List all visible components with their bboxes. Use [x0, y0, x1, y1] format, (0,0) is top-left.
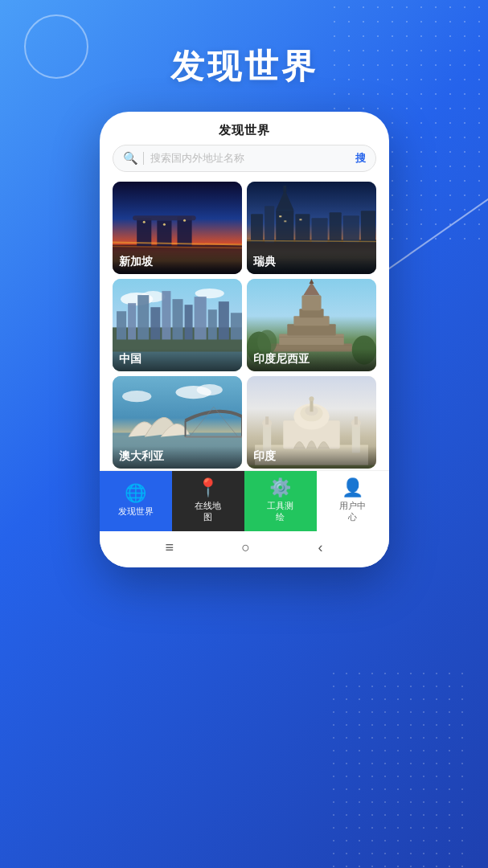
bottom-navigation: 🌐 发现世界 📍 在线地图 ⚙️ 工具测绘 👤 用户中心 [100, 470, 389, 531]
back-indicator[interactable]: ‹ [318, 539, 322, 556]
svg-rect-21 [342, 215, 359, 242]
grid-item-australia[interactable]: 澳大利亚 [113, 376, 242, 469]
svg-rect-32 [117, 311, 126, 339]
nav-label-tools: 工具测绘 [267, 500, 293, 523]
nav-item-discover[interactable]: 🌐 发现世界 [100, 471, 172, 531]
svg-rect-33 [128, 303, 136, 339]
grid-item-indonesia[interactable]: 印度尼西亚 [247, 279, 376, 371]
svg-rect-40 [207, 309, 216, 339]
grid-label-sweden: 瑞典 [247, 252, 376, 274]
svg-line-23 [247, 240, 376, 241]
nav-item-tools[interactable]: ⚙️ 工具测绘 [244, 471, 317, 531]
menu-indicator[interactable]: ≡ [166, 539, 174, 556]
user-icon: 👤 [342, 479, 363, 497]
svg-rect-38 [184, 305, 192, 339]
svg-rect-81 [354, 416, 357, 424]
svg-rect-22 [360, 211, 375, 242]
nav-label-discover: 发现世界 [118, 506, 154, 517]
svg-rect-37 [172, 299, 182, 339]
nav-label-user: 用户中心 [339, 500, 366, 523]
svg-rect-18 [295, 214, 310, 242]
svg-rect-47 [287, 324, 335, 335]
search-bar[interactable]: 🔍 搜索国内外地址名称 搜 [113, 145, 376, 172]
svg-rect-26 [299, 219, 301, 220]
svg-point-8 [142, 221, 145, 223]
svg-rect-46 [279, 334, 344, 345]
search-icon: 🔍 [123, 151, 138, 166]
svg-point-75 [309, 396, 314, 401]
grid-item-china[interactable]: 中国 [113, 279, 242, 371]
svg-point-67 [122, 391, 151, 402]
svg-rect-15 [276, 210, 293, 242]
search-divider [143, 152, 144, 165]
phone-header-title: 发现世界 [100, 112, 389, 145]
svg-rect-34 [137, 295, 149, 339]
bg-dots-bottom-right [327, 667, 472, 868]
grid-item-india[interactable]: 印度 [247, 376, 376, 469]
grid-label-australia: 澳大利亚 [113, 446, 242, 469]
svg-rect-78 [265, 416, 269, 424]
grid-label-china: 中国 [113, 349, 242, 371]
bg-circle-decoration [24, 14, 88, 79]
grid-label-indonesia: 印度尼西亚 [247, 349, 376, 371]
svg-point-66 [196, 384, 222, 395]
svg-point-10 [183, 219, 186, 222]
discover-icon: 🌐 [125, 485, 146, 502]
search-button[interactable]: 搜 [355, 151, 366, 166]
svg-rect-39 [194, 297, 206, 339]
grid-item-sweden[interactable]: 瑞典 [247, 182, 376, 274]
grid-label-india: 印度 [247, 446, 376, 469]
phone-bottom-bar: ≡ ○ ‹ [100, 531, 389, 567]
search-placeholder-text: 搜索国内外地址名称 [150, 151, 355, 166]
grid-label-singapore: 新加坡 [113, 252, 242, 274]
nav-item-map[interactable]: 📍 在线地图 [172, 471, 244, 531]
svg-rect-41 [218, 301, 228, 339]
svg-rect-5 [133, 215, 195, 220]
nav-label-map: 在线地图 [195, 500, 221, 523]
page-title: 发现世界 [170, 44, 318, 89]
svg-rect-42 [230, 313, 241, 339]
svg-rect-50 [301, 295, 321, 310]
svg-rect-36 [162, 291, 170, 339]
home-indicator[interactable]: ○ [241, 539, 250, 556]
grid-item-singapore[interactable]: 新加坡 [113, 182, 242, 274]
tools-icon: ⚙️ [269, 479, 291, 497]
nav-item-user[interactable]: 👤 用户中心 [317, 471, 389, 531]
phone-frame: 发现世界 🔍 搜索国内外地址名称 搜 [100, 112, 389, 567]
svg-rect-14 [265, 206, 274, 242]
svg-point-9 [162, 223, 165, 226]
destinations-grid: 新加坡 [100, 182, 389, 469]
svg-rect-19 [311, 218, 327, 242]
svg-rect-13 [251, 214, 263, 242]
svg-rect-20 [329, 212, 341, 242]
svg-rect-17 [283, 186, 286, 192]
svg-rect-24 [279, 215, 281, 217]
map-icon: 📍 [197, 479, 219, 497]
svg-rect-35 [150, 307, 160, 339]
svg-rect-25 [284, 220, 286, 222]
